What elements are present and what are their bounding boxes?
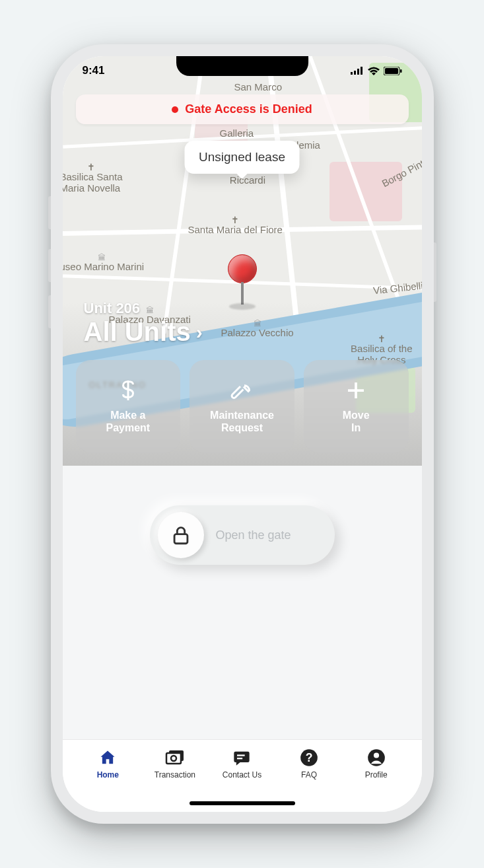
unit-title: All Units xyxy=(84,317,191,347)
svg-rect-7 xyxy=(174,534,188,544)
make-payment-button[interactable]: Make a Payment xyxy=(76,360,181,452)
tab-label: Transaction xyxy=(155,770,195,779)
map-label: useo Marino Marini xyxy=(63,253,145,272)
status-time: 9:41 xyxy=(83,64,105,77)
tab-faq[interactable]: ? FAQ xyxy=(283,748,335,779)
wrench-icon xyxy=(230,379,254,402)
phone-frame: 9:41 San Marco Galleria de xyxy=(51,44,434,824)
svg-rect-6 xyxy=(400,69,402,73)
banner-text: Gate Access is Denied xyxy=(185,102,312,116)
dollar-icon xyxy=(116,379,140,402)
tab-contact-us[interactable]: Contact Us xyxy=(215,748,268,779)
home-indicator[interactable] xyxy=(190,801,295,805)
help-icon: ? xyxy=(299,748,319,768)
lease-tooltip[interactable]: Unsigned lease xyxy=(184,141,300,174)
transaction-icon xyxy=(165,748,185,768)
svg-rect-11 xyxy=(237,754,245,756)
gate-label: Open the gate xyxy=(216,528,291,542)
status-icons xyxy=(351,67,402,75)
maintenance-request-button[interactable]: Maintenance Request xyxy=(190,360,294,452)
map-label: Palazzo Vecchio xyxy=(221,319,294,338)
map-label: Basilica Santa Maria Novella xyxy=(63,162,123,194)
gate-knob[interactable] xyxy=(158,512,204,558)
screen: 9:41 San Marco Galleria de xyxy=(63,56,422,812)
battery-icon xyxy=(384,67,402,75)
wifi-icon xyxy=(368,67,380,75)
lock-icon xyxy=(170,524,192,546)
action-label: Move In xyxy=(343,409,370,434)
tab-label: FAQ xyxy=(301,770,317,779)
notch xyxy=(176,56,308,76)
pin-shadow xyxy=(229,303,256,310)
tooltip-text: Unsigned lease xyxy=(199,150,285,164)
svg-rect-12 xyxy=(237,758,242,759)
plus-icon xyxy=(344,379,368,402)
svg-text:?: ? xyxy=(306,751,313,764)
action-label: Make a Payment xyxy=(106,409,150,434)
svg-rect-9 xyxy=(166,753,181,764)
svg-rect-0 xyxy=(351,72,353,75)
cellular-icon xyxy=(351,67,364,75)
tab-label: Home xyxy=(97,770,119,779)
unit-title-row[interactable]: All Units › xyxy=(84,317,203,347)
pin-head-icon xyxy=(228,254,257,283)
chat-icon xyxy=(232,748,252,768)
map-label: Santa Maria del Fiore xyxy=(188,215,283,235)
status-dot-icon xyxy=(172,106,178,113)
profile-icon xyxy=(366,748,386,768)
pin-stick xyxy=(241,282,244,305)
tab-label: Profile xyxy=(365,770,388,779)
unit-label: Unit 206 xyxy=(84,300,203,317)
quick-actions: Make a Payment Maintenance Request Move … xyxy=(76,360,409,452)
tab-label: Contact Us xyxy=(223,770,261,779)
open-gate-slider[interactable]: Open the gate xyxy=(150,505,335,565)
tab-profile[interactable]: Profile xyxy=(350,748,403,779)
home-icon xyxy=(98,748,118,768)
chevron-right-icon: › xyxy=(196,321,203,344)
tab-home[interactable]: Home xyxy=(81,748,134,779)
map-label: Galleria xyxy=(220,127,254,139)
svg-point-16 xyxy=(374,752,379,758)
svg-rect-1 xyxy=(354,71,356,75)
tab-bar: Home Transaction Contact Us ? FAQ xyxy=(63,739,422,812)
map-area[interactable]: San Marco Galleria dell'Accademia Palazz… xyxy=(63,56,422,466)
unit-block[interactable]: Unit 206 All Units › xyxy=(84,300,203,347)
svg-rect-3 xyxy=(361,67,363,75)
gate-access-banner[interactable]: Gate Access is Denied xyxy=(76,94,409,124)
svg-rect-5 xyxy=(385,68,398,74)
svg-rect-2 xyxy=(357,69,359,75)
map-pin[interactable] xyxy=(228,254,257,310)
lower-panel: Open the gate xyxy=(63,466,422,739)
move-in-button[interactable]: Move In xyxy=(304,360,409,452)
action-label: Maintenance Request xyxy=(210,409,274,434)
tab-transaction[interactable]: Transaction xyxy=(149,748,201,779)
